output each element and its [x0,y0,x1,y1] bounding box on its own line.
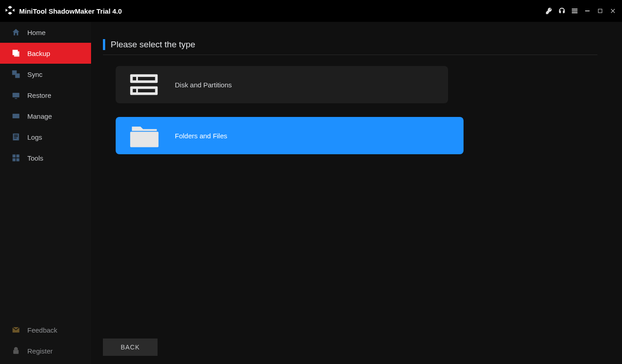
folder-icon [129,122,159,149]
feedback-icon [11,325,21,335]
svg-rect-13 [13,350,19,354]
sidebar-item-label: Feedback [27,326,57,334]
svg-rect-16 [138,77,155,81]
backup-icon [11,48,21,58]
option-folders-and-files[interactable]: Folders and Files [116,117,464,154]
svg-rect-18 [133,89,137,92]
svg-rect-11 [13,158,16,162]
option-disk-and-partitions[interactable]: Disk and Partitions [116,66,448,103]
svg-rect-5 [15,73,20,78]
svg-rect-1 [598,9,602,13]
key-icon[interactable] [543,5,556,17]
sidebar: Home Backup Sync Restore Manage Logs [0,22,91,364]
tools-icon [11,153,21,163]
svg-rect-9 [13,155,16,158]
option-label: Disk and Partitions [175,81,232,89]
manage-icon [11,111,21,121]
titlebar: MiniTool ShadowMaker Trial 4.0 [0,0,622,22]
app-title: MiniTool ShadowMaker Trial 4.0 [19,7,122,15]
svg-rect-3 [14,51,20,57]
sidebar-item-home[interactable]: Home [0,22,91,43]
main-panel: Please select the type Disk and Partitio… [91,22,622,364]
restore-icon [11,90,21,100]
app-logo-icon [4,5,16,17]
disk-icon [129,71,159,98]
page-heading-row: Please select the type [103,39,622,50]
svg-rect-0 [585,10,589,11]
sidebar-item-backup[interactable]: Backup [0,43,91,64]
heading-accent [103,39,105,50]
close-icon[interactable] [607,5,619,17]
svg-rect-10 [16,155,20,158]
minimize-icon[interactable] [581,5,594,17]
svg-rect-12 [16,158,20,162]
sidebar-item-label: Home [27,29,46,36]
sidebar-item-label: Restore [27,91,51,99]
sidebar-item-label: Sync [27,71,42,78]
sidebar-item-tools[interactable]: Tools [0,147,91,168]
menu-icon[interactable] [568,5,581,17]
sidebar-item-label: Logs [27,133,42,141]
maximize-icon[interactable] [594,5,607,17]
logs-icon [11,132,21,142]
option-label: Folders and Files [175,132,227,140]
register-icon [11,346,21,356]
sidebar-item-register[interactable]: Register [0,340,91,361]
sidebar-item-sync[interactable]: Sync [0,64,91,85]
sidebar-item-restore[interactable]: Restore [0,85,91,106]
sidebar-item-label: Manage [27,112,52,120]
sidebar-item-label: Register [27,347,53,355]
svg-rect-15 [133,77,137,81]
sidebar-item-logs[interactable]: Logs [0,126,91,147]
sync-icon [11,69,21,79]
page-title: Please select the type [111,40,195,50]
back-button[interactable]: BACK [103,339,158,356]
sidebar-item-label: Tools [27,154,43,162]
sidebar-item-feedback[interactable]: Feedback [0,319,91,340]
divider [103,55,597,55]
home-icon [11,27,21,37]
support-icon[interactable] [556,5,568,17]
sidebar-item-label: Backup [27,50,50,57]
back-button-label: BACK [121,344,140,351]
svg-rect-20 [130,132,158,147]
svg-rect-19 [138,89,155,92]
svg-rect-6 [13,93,20,97]
sidebar-item-manage[interactable]: Manage [0,106,91,126]
